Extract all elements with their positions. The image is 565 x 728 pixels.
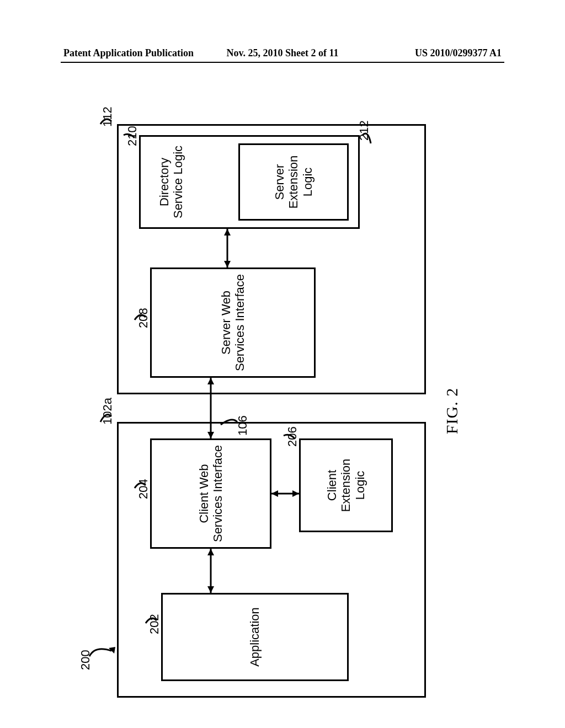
svg-marker-10 <box>224 261 231 267</box>
svg-marker-7 <box>207 432 214 438</box>
header-left: Patent Application Publication <box>63 47 194 59</box>
header-center: Nov. 25, 2010 Sheet 2 of 11 <box>226 47 338 59</box>
figure-2: Application Client Web Services Interfac… <box>84 119 481 703</box>
figure-canvas: Application Client Web Services Interfac… <box>84 119 481 703</box>
page: Patent Application Publication Nov. 25, … <box>0 0 565 728</box>
svg-marker-11 <box>224 229 231 235</box>
arrows-layer <box>84 119 481 703</box>
svg-marker-5 <box>292 490 299 497</box>
header-right: US 2010/0299377 A1 <box>415 47 502 59</box>
svg-marker-4 <box>271 490 278 497</box>
svg-marker-1 <box>207 586 214 593</box>
header-rule <box>61 62 504 63</box>
svg-marker-2 <box>207 549 214 555</box>
svg-marker-8 <box>207 378 214 384</box>
